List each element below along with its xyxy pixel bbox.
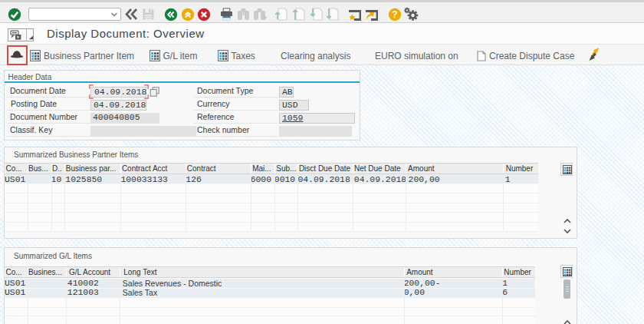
svg-text:?: ? (392, 9, 397, 20)
